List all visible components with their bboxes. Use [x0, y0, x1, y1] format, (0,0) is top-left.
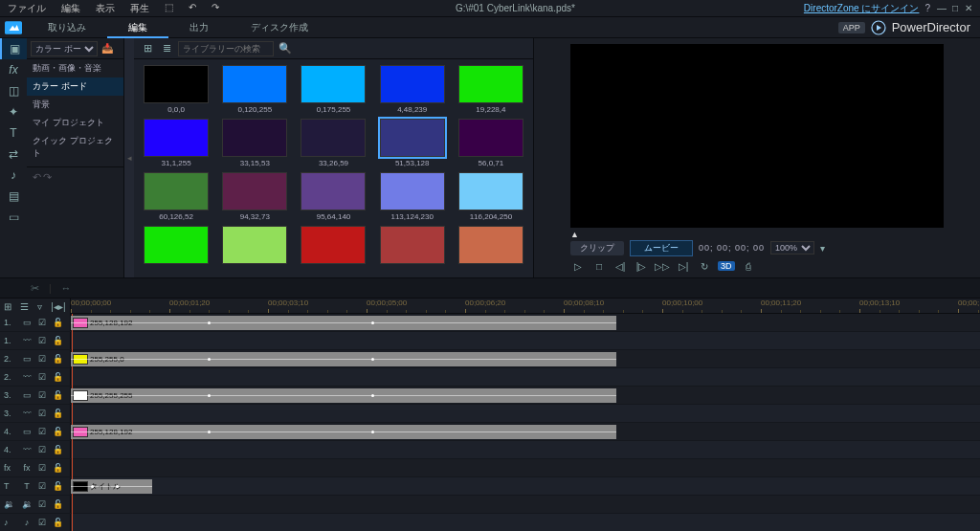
- preview-settings-icon[interactable]: ▾: [820, 243, 825, 254]
- track-header[interactable]: 4.▭☑🔓: [0, 423, 71, 440]
- tool-chapter-icon[interactable]: ▤: [0, 186, 27, 207]
- color-swatch[interactable]: [380, 119, 445, 157]
- track-lock-icon[interactable]: 🔓: [52, 518, 63, 527]
- menu-file[interactable]: ファイル: [0, 2, 54, 15]
- directorzone-link[interactable]: DirectorZone にサインイン: [804, 2, 920, 15]
- tool-audio-icon[interactable]: ♪: [0, 165, 27, 186]
- help-icon[interactable]: ?: [924, 3, 930, 13]
- prev-frame-icon[interactable]: ◁|: [612, 258, 628, 274]
- track-lock-icon[interactable]: 🔓: [52, 372, 63, 382]
- track-visibility-icon[interactable]: ☑: [36, 372, 48, 382]
- sidebar-cat[interactable]: クイック プロジェクト: [27, 132, 123, 163]
- track-header[interactable]: 2.〰☑🔓: [0, 368, 71, 386]
- track-lock-icon[interactable]: 🔓: [52, 445, 63, 454]
- snapshot-icon[interactable]: ⎙: [741, 258, 756, 274]
- clip-envelope[interactable]: [71, 359, 616, 360]
- timeline-clip[interactable]: タイトル: [71, 479, 152, 494]
- color-swatch[interactable]: [301, 226, 366, 264]
- color-swatch[interactable]: [222, 65, 287, 103]
- ruler-movie-icon[interactable]: ⊞: [4, 301, 11, 312]
- track-header[interactable]: 1.〰☑🔓: [0, 332, 71, 349]
- ruler-goto-icon[interactable]: |◂▸|: [51, 301, 65, 312]
- sidebar-cat[interactable]: 背景: [27, 96, 123, 114]
- color-swatch[interactable]: [380, 226, 445, 264]
- menu-extra3[interactable]: ↷: [204, 2, 227, 15]
- play-icon[interactable]: ▷: [570, 258, 586, 274]
- menu-edit[interactable]: 編集: [54, 2, 88, 15]
- color-swatch[interactable]: [458, 172, 523, 210]
- color-swatch[interactable]: [380, 172, 445, 210]
- track-visibility-icon[interactable]: ☑: [36, 518, 48, 527]
- track-lane[interactable]: [71, 496, 980, 513]
- zoom-select[interactable]: 100%: [770, 241, 814, 254]
- tool-title-icon[interactable]: T: [0, 122, 27, 144]
- timeline-clip[interactable]: 255,128,192: [71, 316, 616, 330]
- track-lock-icon[interactable]: 🔓: [52, 336, 63, 345]
- menu-view[interactable]: 表示: [88, 2, 122, 15]
- menu-extra2[interactable]: ↶: [181, 2, 204, 15]
- track-lock-icon[interactable]: 🔓: [52, 354, 63, 364]
- app-button[interactable]: APP: [838, 22, 865, 33]
- ruler-marker-icon[interactable]: ▿: [37, 301, 42, 312]
- track-header[interactable]: TT☑🔓: [0, 477, 71, 495]
- search-icon[interactable]: 🔍: [278, 42, 293, 55]
- tool-media-icon[interactable]: ▣: [0, 38, 27, 59]
- track-lane[interactable]: [71, 441, 980, 458]
- track-lane[interactable]: [71, 332, 980, 349]
- track-visibility-icon[interactable]: ☑: [36, 463, 48, 473]
- track-lock-icon[interactable]: 🔓: [52, 481, 63, 491]
- track-lock-icon[interactable]: 🔓: [52, 409, 63, 418]
- ruler-chapter-icon[interactable]: ☰: [20, 301, 29, 312]
- track-lane[interactable]: 255,255,0: [71, 350, 980, 367]
- clip-envelope[interactable]: [71, 395, 616, 396]
- track-lock-icon[interactable]: 🔓: [52, 318, 63, 327]
- track-lane[interactable]: 255,128,192: [71, 314, 980, 331]
- color-swatch[interactable]: [222, 172, 287, 210]
- track-visibility-icon[interactable]: ☑: [36, 481, 48, 491]
- track-header[interactable]: 3.▭☑🔓: [0, 387, 71, 404]
- list-view-icon[interactable]: ≣: [159, 42, 174, 55]
- volume-marker-icon[interactable]: ▲: [542, 230, 972, 239]
- track-visibility-icon[interactable]: ☑: [36, 318, 48, 327]
- track-lane[interactable]: タイトル: [71, 477, 980, 495]
- sidebar-cat[interactable]: 動画・画像・音楽: [27, 59, 123, 77]
- preview-screen[interactable]: [570, 44, 944, 228]
- track-lane[interactable]: [71, 405, 980, 422]
- maximize-icon[interactable]: □: [949, 3, 961, 13]
- align-icon[interactable]: ↔: [61, 282, 72, 294]
- color-swatch[interactable]: [458, 226, 523, 264]
- clip-envelope[interactable]: [71, 322, 616, 323]
- track-visibility-icon[interactable]: ☑: [36, 336, 48, 345]
- tool-pip-icon[interactable]: ◫: [0, 80, 27, 101]
- color-swatch[interactable]: [380, 65, 445, 103]
- tab-output[interactable]: 出力: [168, 17, 230, 38]
- track-lane[interactable]: 255,128,192: [71, 423, 980, 440]
- tab-edit[interactable]: 編集: [107, 17, 168, 38]
- clip-envelope[interactable]: [71, 486, 152, 487]
- color-swatch[interactable]: [458, 65, 523, 103]
- tool-transition-icon[interactable]: ⇄: [0, 144, 27, 165]
- fast-fwd-icon[interactable]: ▷▷: [655, 258, 670, 274]
- loop-icon[interactable]: ↻: [697, 258, 712, 274]
- color-swatch[interactable]: [144, 172, 209, 210]
- sidebar-cat[interactable]: カラー ボード: [27, 77, 123, 96]
- track-visibility-icon[interactable]: ☑: [36, 409, 48, 418]
- search-input[interactable]: [178, 41, 274, 56]
- color-swatch[interactable]: [222, 119, 287, 157]
- stop-icon[interactable]: □: [591, 258, 607, 274]
- track-header[interactable]: 4.〰☑🔓: [0, 441, 71, 458]
- track-visibility-icon[interactable]: ☑: [36, 445, 48, 454]
- collapse-sidebar-icon[interactable]: ◂: [124, 38, 134, 277]
- color-swatch[interactable]: [458, 119, 523, 157]
- tab-import[interactable]: 取り込み: [27, 17, 107, 38]
- mode-clip[interactable]: クリップ: [570, 241, 624, 255]
- color-swatch[interactable]: [144, 226, 209, 264]
- track-lock-icon[interactable]: 🔓: [52, 463, 63, 473]
- minimize-icon[interactable]: —: [936, 3, 947, 13]
- track-visibility-icon[interactable]: ☑: [36, 499, 48, 509]
- track-lane[interactable]: 255,255,255: [71, 387, 980, 404]
- track-visibility-icon[interactable]: ☑: [36, 390, 48, 400]
- track-lane[interactable]: [71, 514, 980, 531]
- 3d-button[interactable]: 3D: [718, 261, 735, 271]
- track-lock-icon[interactable]: 🔓: [52, 499, 63, 509]
